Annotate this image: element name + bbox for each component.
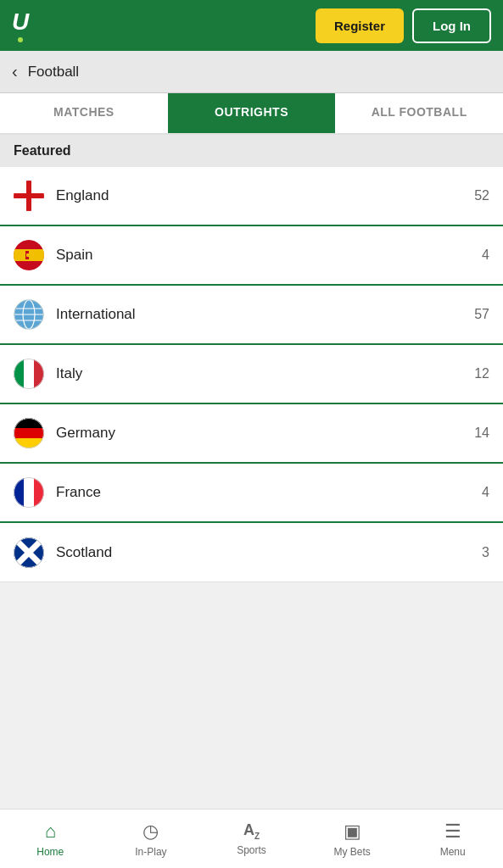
item-name-italy: Italy: [56, 365, 474, 382]
register-button[interactable]: Register: [316, 8, 404, 43]
nav-item-in-play[interactable]: ◷ In-Play: [101, 810, 202, 868]
nav-label-sports: Sports: [237, 844, 266, 856]
svg-rect-9: [26, 253, 31, 257]
tab-matches[interactable]: MATCHES: [0, 93, 168, 133]
logo: U: [12, 8, 28, 42]
list-item[interactable]: England 52: [0, 167, 503, 226]
item-name-spain: Spain: [56, 247, 482, 264]
list-item[interactable]: Spain 4: [0, 226, 503, 286]
nav-label-in-play: In-Play: [135, 846, 166, 858]
tab-outrights[interactable]: OUTRIGHTS: [168, 93, 336, 133]
nav-item-menu[interactable]: ☰ Menu: [402, 810, 503, 868]
bottom-nav: ⌂ Home ◷ In-Play AZ Sports ▣ My Bets ☰ M…: [0, 809, 503, 868]
item-count-england: 52: [474, 188, 489, 203]
in-play-icon: ◷: [143, 821, 159, 843]
nav-item-my-bets[interactable]: ▣ My Bets: [302, 810, 403, 868]
section-header-featured: Featured: [0, 135, 503, 167]
login-button[interactable]: Log In: [412, 8, 491, 43]
nav-label-home: Home: [36, 846, 64, 858]
svg-rect-23: [14, 428, 44, 438]
list-item[interactable]: Germany 14: [0, 404, 503, 464]
france-flag-icon: [14, 477, 44, 508]
item-name-france: France: [56, 484, 482, 501]
item-name-germany: Germany: [56, 425, 474, 442]
back-button[interactable]: ‹: [12, 62, 18, 81]
international-globe-icon: [14, 299, 44, 330]
list-item[interactable]: International 57: [0, 286, 503, 345]
item-name-england: England: [56, 187, 474, 204]
nav-item-home[interactable]: ⌂ Home: [0, 810, 101, 868]
item-count-germany: 14: [474, 426, 489, 441]
item-count-italy: 12: [474, 366, 489, 381]
item-name-international: International: [56, 306, 474, 323]
tabs-bar: MATCHES OUTRIGHTS ALL FOOTBALL: [0, 93, 503, 135]
sports-icon: AZ: [243, 821, 260, 841]
home-icon: ⌂: [45, 821, 56, 843]
breadcrumb: ‹ Football: [0, 51, 503, 93]
list-item[interactable]: France 4: [0, 464, 503, 523]
item-count-international: 57: [474, 307, 489, 322]
scotland-flag-icon: [14, 537, 44, 568]
spain-flag-icon: [14, 240, 44, 270]
svg-rect-2: [14, 193, 44, 198]
item-count-spain: 4: [482, 248, 489, 263]
list-item[interactable]: Scotland 3: [0, 523, 503, 582]
nav-item-sports[interactable]: AZ Sports: [201, 810, 302, 868]
england-flag-icon: [14, 181, 44, 211]
italy-flag-icon: [14, 359, 44, 389]
nav-label-my-bets: My Bets: [333, 846, 370, 858]
logo-dot: [18, 37, 23, 42]
svg-rect-28: [24, 477, 34, 508]
breadcrumb-title: Football: [28, 64, 79, 81]
list-item[interactable]: Italy 12: [0, 345, 503, 404]
menu-icon: ☰: [444, 821, 461, 843]
my-bets-icon: ▣: [344, 821, 361, 843]
item-count-france: 4: [482, 485, 489, 500]
header: U Register Log In: [0, 0, 503, 51]
item-count-scotland: 3: [482, 545, 489, 560]
germany-flag-icon: [14, 418, 44, 448]
nav-label-menu: Menu: [440, 846, 466, 858]
header-buttons: Register Log In: [316, 8, 491, 43]
tab-all-football[interactable]: ALL FOOTBALL: [335, 93, 503, 133]
main-content: Featured England 52 Spai: [0, 135, 503, 868]
svg-rect-18: [24, 359, 34, 389]
item-name-scotland: Scotland: [56, 544, 482, 561]
